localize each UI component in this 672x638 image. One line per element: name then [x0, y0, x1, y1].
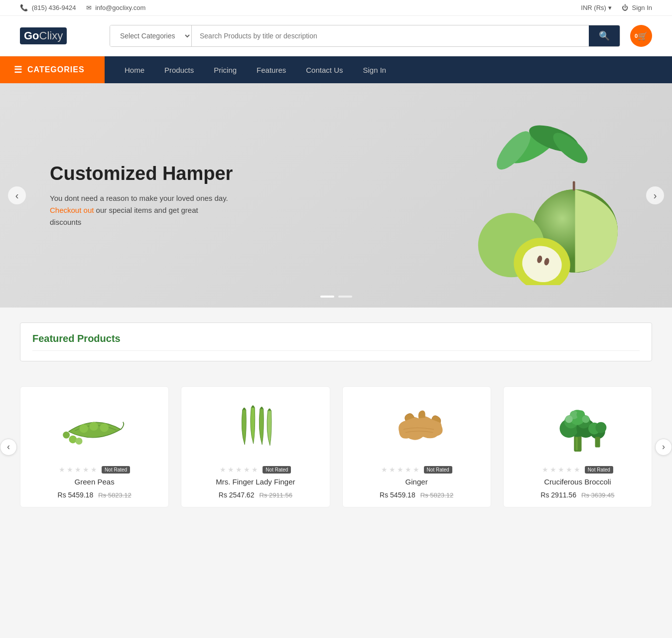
email-contact: ✉ info@goclixy.com — [86, 4, 146, 11]
product-card-1[interactable]: ★ ★ ★ ★ ★ Not Rated Mrs. Finger Lady Fin… — [181, 386, 330, 507]
featured-section: Featured Products — [20, 322, 652, 361]
product-card-2[interactable]: ★ ★ ★ ★ ★ Not Rated Ginger Rs 5459.18 Rs… — [342, 386, 491, 507]
slider-next-icon: › — [654, 190, 657, 201]
star-5: ★ — [91, 466, 97, 474]
star-1: ★ — [59, 466, 65, 474]
broccoli-svg — [542, 400, 612, 455]
product-name-0: Green Peas — [28, 478, 160, 486]
hero-highlight: Checkout out — [50, 206, 94, 214]
nav-signin[interactable]: Sign In — [353, 56, 396, 83]
power-icon: ⏻ — [622, 4, 628, 11]
slider-prev-button[interactable]: ‹ — [8, 186, 26, 204]
hero-slider: ‹ Customized Hamper You dont need a reas… — [0, 83, 672, 308]
lady-finger-svg — [221, 400, 290, 455]
ginger-svg — [382, 400, 451, 455]
currency-selector[interactable]: INR (Rs) ▾ — [581, 4, 611, 11]
nav-home[interactable]: Home — [115, 56, 154, 83]
svg-point-17 — [75, 438, 82, 445]
svg-point-15 — [69, 436, 77, 444]
svg-point-14 — [100, 423, 109, 432]
green-peas-svg — [60, 400, 130, 455]
price-original-0: Rs 5823.12 — [98, 491, 132, 499]
not-rated-badge-2: Not Rated — [424, 466, 452, 474]
mail-icon: ✉ — [86, 4, 92, 11]
featured-title: Featured Products — [32, 333, 640, 351]
cart-button[interactable]: 0 🛒 — [630, 25, 652, 47]
svg-rect-33 — [595, 437, 600, 447]
nav-pricing[interactable]: Pricing — [204, 56, 247, 83]
price-current-0: Rs 5459.18 — [58, 491, 94, 499]
nav-contact[interactable]: Contact Us — [296, 56, 353, 83]
svg-point-32 — [596, 422, 607, 433]
price-current-1: Rs 2547.62 — [219, 491, 255, 499]
dot-1[interactable] — [320, 296, 334, 298]
categories-button[interactable]: ☰ CATEGORIES — [0, 56, 105, 83]
product-price-2: Rs 5459.18 Rs 5823.12 — [351, 491, 483, 499]
product-rating-0: ★ ★ ★ ★ ★ Not Rated — [28, 466, 160, 474]
product-card-0[interactable]: ★ ★ ★ ★ ★ Not Rated Green Peas Rs 5459.1… — [20, 386, 169, 507]
product-rating-1: ★ ★ ★ ★ ★ Not Rated — [189, 466, 321, 474]
svg-point-13 — [89, 422, 98, 431]
product-name-2: Ginger — [351, 478, 483, 486]
logo[interactable]: GoClixy — [20, 27, 100, 44]
product-price-3: Rs 2911.56 Rs 3639.45 — [512, 491, 644, 499]
dot-2[interactable] — [338, 296, 352, 298]
products-next-icon: › — [662, 442, 665, 452]
slider-prev-icon: ‹ — [15, 190, 19, 201]
svg-point-12 — [79, 424, 88, 433]
svg-rect-18 — [574, 436, 582, 452]
product-image-3 — [538, 395, 617, 460]
header: GoClixy Select Categories 🔍 0 🛒 — [0, 16, 672, 56]
search-icon: 🔍 — [599, 31, 610, 41]
product-image-2 — [377, 395, 456, 460]
products-next-button[interactable]: › — [655, 439, 672, 456]
product-price-0: Rs 5459.18 Rs 5823.12 — [28, 491, 160, 499]
svg-point-28 — [565, 415, 573, 423]
cart-icon: 🛒 — [638, 31, 648, 41]
product-price-1: Rs 2547.62 Rs 2911.56 — [189, 491, 321, 499]
product-rating-3: ★ ★ ★ ★ ★ Not Rated — [512, 466, 644, 474]
top-bar-left: 📞 (815) 436-9424 ✉ info@goclixy.com — [20, 4, 145, 11]
svg-rect-19 — [576, 437, 578, 450]
product-image-0 — [55, 395, 134, 460]
nav-features[interactable]: Features — [247, 56, 296, 83]
price-original-2: Rs 5823.12 — [420, 491, 454, 499]
hero-content: Customized Hamper You dont need a reason… — [0, 163, 672, 228]
product-card-3[interactable]: ★ ★ ★ ★ ★ Not Rated Cruciferous Broccoli… — [503, 386, 652, 507]
not-rated-badge-0: Not Rated — [102, 466, 130, 474]
navbar: ☰ CATEGORIES Home Products Pricing Featu… — [0, 56, 672, 83]
product-image-1 — [216, 395, 295, 460]
top-signin-link[interactable]: ⏻ Sign In — [622, 4, 652, 11]
search-container: Select Categories 🔍 — [110, 25, 620, 47]
top-bar-right: INR (Rs) ▾ ⏻ Sign In — [581, 4, 652, 11]
products-prev-icon: ‹ — [7, 442, 10, 452]
search-input[interactable] — [192, 25, 589, 46]
svg-point-16 — [63, 432, 70, 439]
products-grid: ★ ★ ★ ★ ★ Not Rated Green Peas Rs 5459.1… — [20, 376, 652, 517]
nav-links: Home Products Pricing Features Contact U… — [105, 56, 406, 83]
price-original-3: Rs 3639.45 — [581, 491, 615, 499]
star-2: ★ — [67, 466, 73, 474]
star-3: ★ — [75, 466, 81, 474]
slider-dots — [320, 296, 352, 298]
price-current-2: Rs 5459.18 — [380, 491, 415, 499]
product-rating-2: ★ ★ ★ ★ ★ Not Rated — [351, 466, 483, 474]
phone-icon: 📞 — [20, 4, 28, 11]
nav-products[interactable]: Products — [154, 56, 204, 83]
category-select[interactable]: Select Categories — [110, 25, 192, 46]
products-prev-button[interactable]: ‹ — [0, 439, 17, 456]
price-original-1: Rs 2911.56 — [259, 491, 292, 499]
not-rated-badge-3: Not Rated — [585, 466, 613, 474]
price-current-3: Rs 2911.56 — [540, 491, 576, 499]
phone-contact: 📞 (815) 436-9424 — [20, 4, 76, 11]
star-4: ★ — [83, 466, 89, 474]
categories-label: CATEGORIES — [27, 65, 85, 74]
top-bar: 📞 (815) 436-9424 ✉ info@goclixy.com INR … — [0, 0, 672, 16]
products-container: ‹ — [0, 376, 672, 517]
logo-box: GoClixy — [20, 27, 67, 44]
not-rated-badge-1: Not Rated — [263, 466, 291, 474]
search-button[interactable]: 🔍 — [589, 25, 620, 46]
slider-next-button[interactable]: › — [646, 186, 664, 204]
product-name-1: Mrs. Finger Lady Finger — [189, 478, 321, 486]
product-name-3: Cruciferous Broccoli — [512, 478, 644, 486]
